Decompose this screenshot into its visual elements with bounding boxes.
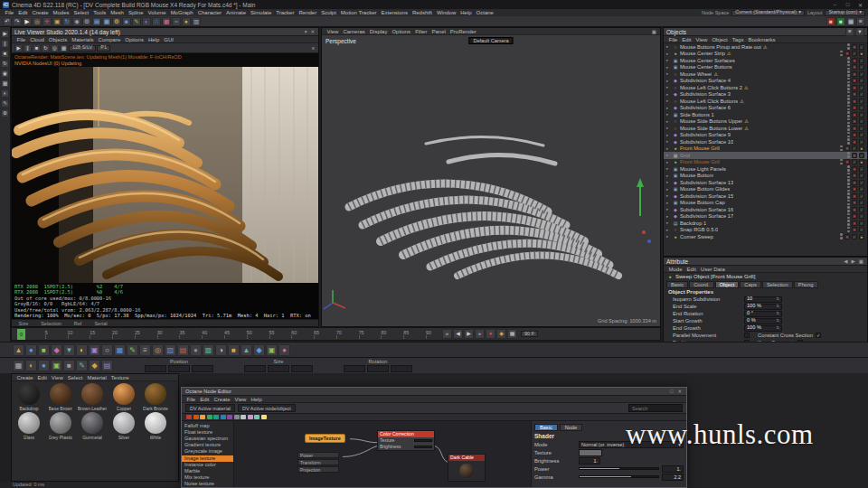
menu-tools[interactable]: Tools	[91, 10, 108, 15]
redo-icon[interactable]: ↷	[13, 17, 22, 26]
objects-filter-icon[interactable]: ≡	[845, 27, 854, 36]
value-field[interactable]: 100 %⇅	[744, 304, 782, 310]
tool-icon[interactable]: ◐	[25, 360, 37, 371]
value-field[interactable]: 10⇅	[744, 296, 782, 303]
disable-tag-icon[interactable]: ✕	[852, 126, 857, 131]
lv-settings-icon[interactable]: ⚙	[1, 109, 9, 117]
keyframe-button[interactable]: ◆	[496, 329, 506, 339]
texture-tag-icon[interactable]: ●	[859, 51, 864, 56]
tool-icon[interactable]: ◆	[89, 360, 100, 371]
menu-filter[interactable]: Filter	[413, 29, 429, 34]
coords-size-x-field[interactable]	[244, 365, 266, 372]
menu-character[interactable]: Character	[195, 10, 223, 15]
tool-icon[interactable]: ▤	[101, 360, 113, 371]
close-button[interactable]: ✕	[855, 2, 865, 8]
visibility-dots[interactable]	[847, 43, 850, 50]
object-row[interactable]: ▸▣Side Buttons 1✕✓	[664, 111, 867, 118]
visibility-dots[interactable]	[847, 118, 850, 125]
disable-tag-icon[interactable]: ✕	[852, 78, 857, 83]
expand-icon[interactable]: ▸	[666, 126, 671, 130]
material-item[interactable]: Grey Plastic	[45, 412, 76, 440]
visibility-dots[interactable]	[847, 165, 850, 172]
expand-icon[interactable]: ▸	[666, 180, 671, 184]
node-editor-titlebar[interactable]: Octane Node Editor □ ✕	[182, 388, 686, 396]
coords-rotation-x-field[interactable]	[344, 365, 365, 372]
object-manager-header[interactable]: Objects ≡▾	[664, 28, 867, 36]
enable-tag-icon[interactable]: ✓	[859, 193, 864, 199]
node-category-chip[interactable]	[227, 415, 232, 419]
tool-icon[interactable]: ◐	[76, 344, 88, 356]
expand-icon[interactable]: ▸	[666, 207, 671, 211]
node-category-chip[interactable]	[207, 415, 212, 419]
enable-tag-icon[interactable]: ✓	[859, 99, 864, 104]
visibility-dots[interactable]	[847, 70, 850, 77]
spinner-icon[interactable]: ⇅	[776, 304, 779, 308]
menu-options[interactable]: Options	[390, 29, 413, 34]
node-category-chip[interactable]	[193, 415, 199, 419]
expand-icon[interactable]: ▸	[666, 139, 671, 144]
render-preview[interactable]	[12, 67, 318, 283]
tool-icon[interactable]: ≡	[139, 344, 151, 356]
menu-size[interactable]: Size	[16, 321, 31, 326]
node-category-chip[interactable]	[221, 415, 226, 419]
menu-sculpt[interactable]: Sculpt	[319, 10, 339, 15]
expand-icon[interactable]: ▸	[666, 85, 671, 89]
visibility-dots[interactable]	[847, 192, 850, 199]
tool-icon[interactable]: ◎	[152, 344, 164, 356]
coords-size-y-field[interactable]	[268, 365, 289, 372]
menu-mode[interactable]: Mode	[666, 267, 684, 272]
render-engine-dropdown[interactable]: Current (Standard/Physical)▾	[731, 10, 805, 16]
node-category-chip[interactable]	[186, 415, 192, 419]
menu-objects[interactable]: Objects	[46, 37, 69, 42]
menu-help[interactable]: Help	[249, 397, 264, 402]
slider-value-field[interactable]: 1.	[662, 465, 684, 473]
menu-file[interactable]: File	[666, 37, 680, 42]
tool-icon[interactable]: ▼	[63, 344, 75, 356]
disable-tag-icon[interactable]: ✕	[852, 139, 857, 145]
tab-basic[interactable]: Basic	[666, 281, 688, 288]
disable-tag-icon[interactable]: ✕	[852, 118, 857, 124]
enable-tag-icon[interactable]: ✓	[859, 153, 864, 158]
visibility-dots[interactable]	[840, 233, 843, 239]
render-settings-icon[interactable]: ⚙	[112, 17, 121, 26]
value-field[interactable]: 0 °⇅	[744, 311, 782, 317]
material-item[interactable]: Gunmetal	[77, 412, 108, 440]
timeline-ruler[interactable]: 0 051015202530354045505560657075808590	[17, 328, 433, 340]
material-item[interactable]: Dark Bronze	[140, 383, 171, 411]
enable-tag-icon[interactable]: ✓	[859, 118, 864, 124]
autokey-button[interactable]: ▦	[507, 329, 517, 339]
tool-icon[interactable]: ▩	[203, 344, 214, 356]
expand-icon[interactable]: ▸	[666, 166, 671, 171]
tab-caps[interactable]: Caps	[740, 281, 761, 288]
node-category-chip[interactable]	[261, 415, 267, 419]
texture-swatch[interactable]	[579, 449, 602, 456]
visibility-dots[interactable]	[847, 78, 850, 84]
expand-icon[interactable]: ▸	[666, 99, 671, 103]
menu-cloud[interactable]: Cloud	[28, 37, 47, 42]
lv-play-icon[interactable]: ▶	[1, 30, 9, 38]
menu-panel[interactable]: Panel	[429, 29, 448, 34]
object-row[interactable]: ▸▣Mouse Center Buttons✕✓	[664, 64, 867, 71]
object-row[interactable]: ▸▣Mouse Bottom Cap✕✓	[664, 200, 867, 207]
coord-system-icon[interactable]: ⚙	[82, 17, 91, 26]
objects-menu-icon[interactable]: ▾	[855, 27, 864, 36]
disable-tag-icon[interactable]: ✕	[852, 207, 857, 212]
node-list-item[interactable]: Noise texture	[182, 481, 233, 487]
enable-tag-icon[interactable]: ✓	[859, 200, 864, 205]
tool-icon[interactable]: ◆	[51, 344, 62, 356]
tool-icon[interactable]: ▣	[51, 360, 62, 371]
priority-chip[interactable]: P1	[97, 45, 110, 52]
last-tool-icon[interactable]: ◆	[72, 17, 81, 26]
object-row[interactable]: ▸▣Mouse Bottom Glides✕✓	[664, 186, 867, 193]
menu-extensions[interactable]: Extensions	[379, 10, 410, 15]
active-node-button[interactable]: DV Active node/object	[238, 404, 296, 412]
node-list-item[interactable]: Marble	[182, 468, 233, 474]
lv-render-stop-icon[interactable]: ■	[33, 44, 41, 52]
disable-tag-icon[interactable]: ✕	[852, 166, 857, 172]
node-category-chip[interactable]	[234, 415, 240, 419]
lock-icon[interactable]: ▣	[858, 258, 864, 264]
layout-grid-icon[interactable]: ▦	[846, 17, 855, 26]
object-row[interactable]: ▸○Mouse Wheel⚠✕✓	[664, 70, 867, 78]
interface-menu-icon[interactable]: ≡	[856, 17, 865, 26]
tool-icon[interactable]: ●	[190, 344, 202, 356]
